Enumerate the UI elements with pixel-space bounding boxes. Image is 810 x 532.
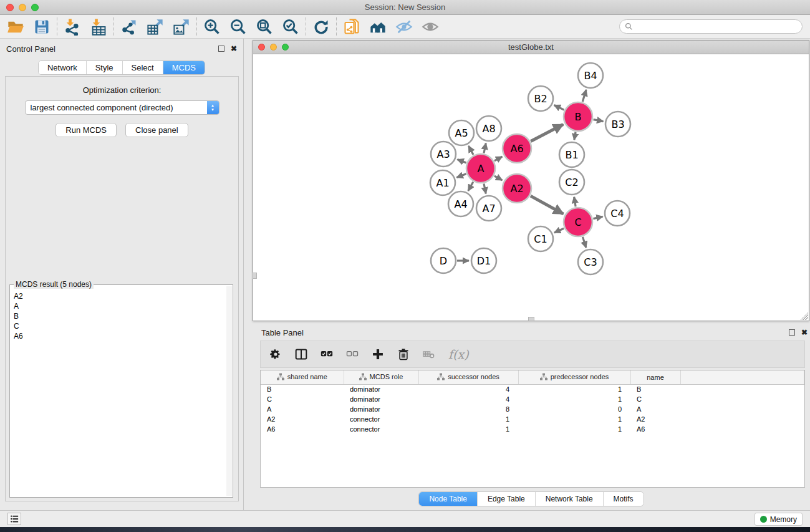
table-cell[interactable]: B	[261, 384, 344, 394]
table-cell[interactable]: dominator	[344, 394, 418, 404]
houses-button[interactable]	[365, 16, 391, 37]
mcds-result-list[interactable]: A2ABCA6	[14, 291, 226, 496]
graph-node-A3[interactable]: A3	[431, 142, 456, 167]
table-cell[interactable]: 4	[418, 384, 518, 394]
resize-grip-icon[interactable]	[800, 312, 808, 320]
table-cell[interactable]: 1	[518, 384, 630, 394]
graph-node-A5[interactable]: A5	[449, 120, 474, 145]
graph-edge-C-C4[interactable]	[593, 216, 602, 218]
mcds-result-item[interactable]: B	[14, 311, 226, 321]
graph-node-B3[interactable]: B3	[605, 112, 630, 137]
table-cell[interactable]: A6	[630, 424, 680, 434]
tab-motifs[interactable]: Motifs	[604, 492, 644, 506]
mcds-result-item[interactable]: A	[14, 301, 226, 311]
criterion-select[interactable]: largest connected component (directed) ▲…	[25, 100, 219, 115]
column-header-name[interactable]: name	[630, 370, 680, 384]
graph-node-A4[interactable]: A4	[448, 191, 473, 216]
table-row[interactable]: Bdominator41B	[261, 384, 804, 394]
graph-edge-B-B2[interactable]	[554, 105, 564, 110]
table-cell[interactable]: connector	[344, 424, 418, 434]
graph-node-A1[interactable]: A1	[430, 170, 455, 195]
show-details-button[interactable]	[417, 16, 443, 37]
table-cell[interactable]: 1	[518, 394, 630, 404]
tab-edge-table[interactable]: Edge Table	[478, 492, 536, 506]
column-header-shared-name[interactable]: shared name	[261, 370, 344, 384]
table-row[interactable]: A6connector11A6	[261, 424, 804, 434]
table-row[interactable]: Adominator80A	[261, 404, 804, 414]
table-cell[interactable]: 4	[418, 394, 518, 404]
memory-button[interactable]: Memory	[755, 513, 803, 526]
table-cell[interactable]: A2	[261, 414, 344, 424]
graph-edge-A6-B[interactable]	[531, 124, 563, 141]
graph-edge-A-A4[interactable]	[468, 182, 473, 191]
tab-network[interactable]: Network	[39, 61, 87, 74]
graph-node-A8[interactable]: A8	[476, 116, 501, 141]
graph-edge-B-B4[interactable]	[582, 90, 586, 102]
graph-node-C1[interactable]: C1	[528, 226, 553, 251]
graph-node-B2[interactable]: B2	[528, 86, 553, 111]
table-cell[interactable]: B	[630, 384, 680, 394]
graph-edge-C-C3[interactable]	[582, 237, 586, 248]
graph-node-C4[interactable]: C4	[605, 201, 630, 226]
unselect-all-columns-button[interactable]	[346, 348, 359, 360]
refresh-button[interactable]	[308, 16, 334, 37]
search-field[interactable]	[619, 19, 803, 34]
search-input[interactable]	[635, 22, 802, 31]
table-cell[interactable]: 0	[518, 404, 630, 414]
import-network-button[interactable]	[59, 16, 85, 37]
column-header-predecessor-nodes[interactable]: predecessor nodes	[518, 370, 630, 384]
import-table-button[interactable]	[85, 16, 112, 37]
horizontal-scrollbar-stub[interactable]	[528, 317, 534, 321]
save-session-button[interactable]	[29, 16, 55, 37]
export-image-button[interactable]	[168, 16, 195, 37]
table-cell[interactable]: connector	[344, 414, 418, 424]
graph-node-C3[interactable]: C3	[578, 249, 603, 274]
table-cell[interactable]: dominator	[344, 404, 418, 414]
delete-column-button[interactable]	[397, 348, 410, 360]
table-cell[interactable]: A	[261, 404, 344, 414]
graph-edge-A-A1[interactable]	[456, 174, 466, 178]
close-panel-button[interactable]: Close panel	[125, 123, 188, 137]
table-cell[interactable]: A6	[261, 424, 344, 434]
mcds-result-item[interactable]: A2	[14, 291, 226, 301]
table-close-panel-icon[interactable]: ✖	[801, 328, 808, 337]
graph-edge-A-A3[interactable]	[457, 160, 466, 163]
table-cell[interactable]: 8	[418, 404, 518, 414]
graph-node-A[interactable]: A	[466, 154, 495, 183]
column-header-MCDS-role[interactable]: MCDS role	[344, 370, 418, 384]
task-history-button[interactable]	[7, 513, 21, 525]
table-cell[interactable]: A2	[630, 414, 680, 424]
graph-node-A6[interactable]: A6	[503, 134, 531, 163]
graph-node-D1[interactable]: D1	[471, 248, 496, 273]
table-cell[interactable]: C	[630, 394, 680, 404]
graph-edge-A2-C[interactable]	[531, 196, 563, 214]
vertical-scrollbar-stub[interactable]	[253, 273, 257, 279]
graph-node-B4[interactable]: B4	[578, 63, 603, 88]
column-header-successor-nodes[interactable]: successor nodes	[418, 370, 518, 384]
table-cell[interactable]: 1	[518, 414, 630, 424]
graph-node-D[interactable]: D	[431, 248, 456, 273]
table-cell[interactable]: dominator	[344, 384, 418, 394]
tab-network-table[interactable]: Network Table	[536, 492, 604, 506]
table-row[interactable]: A2connector11A2	[261, 414, 804, 424]
tab-style[interactable]: Style	[87, 61, 123, 74]
graph-edge-A-A6[interactable]	[494, 157, 502, 161]
graph-node-B1[interactable]: B1	[559, 142, 584, 167]
graph-edge-A-A8[interactable]	[484, 143, 486, 153]
tab-node-table[interactable]: Node Table	[419, 492, 478, 506]
graph-node-C2[interactable]: C2	[559, 170, 584, 195]
run-mcds-button[interactable]: Run MCDS	[55, 123, 117, 137]
open-file-button[interactable]	[2, 16, 29, 37]
zoom-out-button[interactable]	[225, 16, 251, 37]
tab-select[interactable]: Select	[123, 61, 163, 74]
split-panel-button[interactable]	[295, 348, 307, 360]
zoom-selected-button[interactable]	[277, 16, 304, 37]
graph-edge-C-C1[interactable]	[554, 228, 564, 233]
mcds-result-item[interactable]: C	[14, 321, 226, 331]
graph-edge-A-A7[interactable]	[484, 183, 486, 193]
graph-node-A2[interactable]: A2	[503, 174, 531, 203]
zoom-fit-button[interactable]	[251, 16, 277, 37]
graph-edge-A-A5[interactable]	[468, 146, 473, 155]
graph-node-B[interactable]: B	[564, 102, 592, 131]
graph-edge-C-C2[interactable]	[574, 197, 576, 207]
